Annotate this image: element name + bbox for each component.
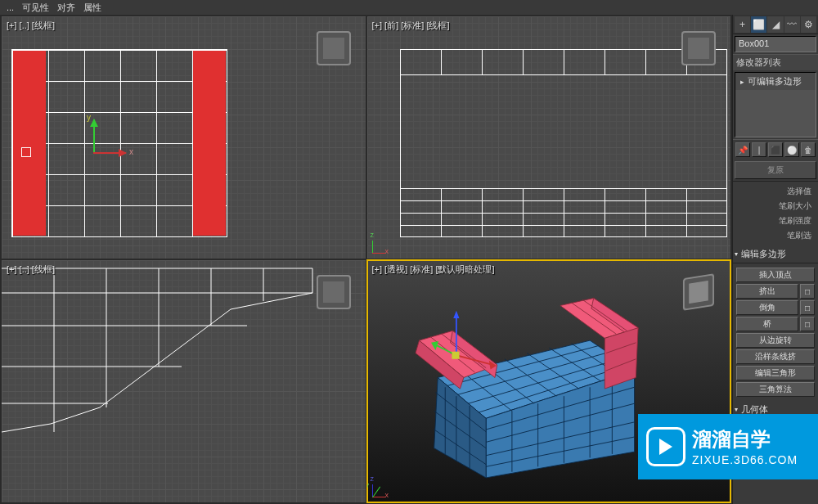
make-unique-button[interactable]: ⬛ — [768, 142, 783, 157]
stack-toolbar: 📌 | ⬛ ⚪ 🗑 — [733, 139, 818, 160]
show-end-result-button[interactable]: | — [752, 142, 766, 157]
bridge-settings-button[interactable]: □ — [800, 317, 815, 331]
watermark: 溜溜自学 ZIXUE.3D66.COM — [638, 414, 818, 479]
undo-button[interactable]: 复原 — [735, 161, 816, 179]
menu-properties[interactable]: 属性 — [80, 0, 105, 16]
extrude-settings-button[interactable]: □ — [800, 284, 815, 299]
edit-poly-rollout: 插入顶点 挤出 □ 倒角 □ 桥 □ 从边旋转 沿样条线挤 编辑三角形 三角算法 — [733, 263, 818, 401]
bridge-button[interactable]: 桥 — [736, 317, 798, 331]
viewcube[interactable] — [317, 275, 351, 309]
viewcube[interactable] — [683, 273, 714, 311]
viewport-label[interactable]: [+] [透视] [标准] [默认明暗处理] — [372, 263, 495, 276]
modifier-list-label[interactable]: 修改器列表 — [733, 54, 818, 70]
viewport-label[interactable]: [+] [..] [线框] — [7, 263, 55, 276]
axis-x-label: x — [129, 147, 133, 156]
remove-modifier-button[interactable]: ⚪ — [784, 142, 799, 157]
viewport-front[interactable]: [+] [前] [标准] [线框] x z — [367, 16, 731, 259]
viewcube[interactable] — [317, 31, 351, 65]
menu-prefix: ... — [3, 1, 17, 14]
tab-utilities[interactable]: ⚙ — [801, 16, 816, 33]
brush-select-label: 笔刷选 — [736, 228, 815, 243]
tab-motion[interactable]: 〰 — [784, 16, 800, 33]
viewports-container: [+] [..] [线框] y x [+] [前] [标准] [线框] — [0, 15, 732, 504]
wireframe-front — [400, 49, 727, 237]
axis-y-label: y — [87, 113, 91, 122]
mini-axis-icon: x y z — [372, 478, 392, 497]
svg-rect-46 — [452, 352, 459, 359]
bevel-button[interactable]: 倒角 — [736, 300, 798, 315]
object-name-field[interactable]: Box001 — [735, 36, 816, 52]
extrude-button[interactable]: 挤出 — [736, 284, 798, 299]
menubar: ... 可见性 对齐 属性 — [0, 0, 818, 15]
wireframe-side — [2, 260, 366, 502]
menu-visibility[interactable]: 可见性 — [19, 0, 52, 16]
viewcube[interactable] — [681, 31, 716, 65]
mini-axis-icon: x z — [372, 234, 392, 254]
menu-align[interactable]: 对齐 — [54, 0, 79, 16]
viewport-top[interactable]: [+] [..] [线框] y x — [2, 16, 366, 259]
edit-triangulation-button[interactable]: 编辑三角形 — [736, 366, 815, 380]
svg-marker-41 — [453, 311, 459, 318]
tab-create[interactable]: + — [735, 16, 750, 33]
stack-editable-poly[interactable]: 可编辑多边形 — [735, 73, 816, 90]
spin-edge-button[interactable]: 从边旋转 — [736, 333, 815, 348]
watermark-url: ZIXUE.3D66.COM — [692, 452, 798, 467]
viewport-left[interactable]: [+] [..] [线框] — [2, 260, 366, 502]
selected-poly-left — [13, 51, 46, 236]
tab-hierarchy[interactable]: ◢ — [767, 16, 783, 33]
watermark-title: 溜溜自学 — [692, 426, 798, 452]
selected-poly-right — [193, 51, 226, 236]
play-icon — [646, 427, 685, 466]
select-value-label: 选择值 — [736, 184, 815, 199]
bevel-settings-button[interactable]: □ — [800, 300, 815, 315]
tab-modify[interactable]: ⬜ — [751, 16, 766, 33]
brush-strength-label: 笔刷强度 — [736, 214, 815, 228]
insert-vertex-button[interactable]: 插入顶点 — [736, 268, 815, 282]
configure-sets-button[interactable]: 🗑 — [801, 142, 816, 157]
selection-rollout: 选择值 笔刷大小 笔刷强度 笔刷选 — [733, 181, 818, 245]
transform-handle[interactable] — [21, 147, 31, 157]
retriangulate-button[interactable]: 三角算法 — [736, 382, 815, 397]
pin-stack-button[interactable]: 📌 — [735, 142, 750, 157]
modifier-stack[interactable]: 可编辑多边形 — [735, 72, 816, 137]
command-tabs: + ⬜ ◢ 〰 ⚙ — [733, 15, 818, 34]
viewport-label[interactable]: [+] [..] [线框] — [7, 20, 55, 32]
viewport-label[interactable]: [+] [前] [标准] [线框] — [372, 20, 450, 32]
edit-poly-rollout-head[interactable]: 编辑多边形 — [733, 245, 818, 263]
brush-size-label: 笔刷大小 — [736, 199, 815, 214]
extrude-along-spline-button[interactable]: 沿样条线挤 — [736, 349, 815, 364]
